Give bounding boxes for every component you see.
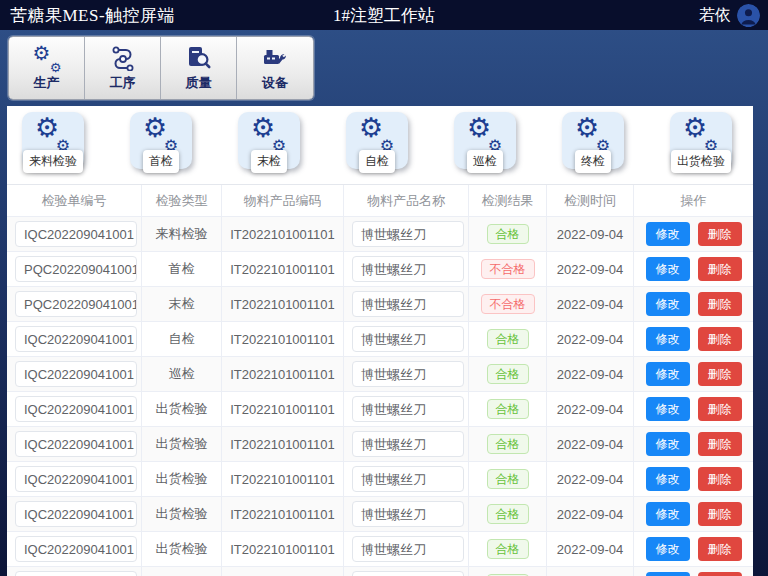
material-name: 博世螺丝刀 [352, 536, 464, 562]
table-row: PQC202209041001 末检 IT2022101001101 博世螺丝刀… [7, 287, 753, 322]
inspection-type: 出货检验 [142, 497, 222, 532]
gears-icon: ⚙⚙ [34, 44, 60, 72]
inspection-tab-label: 巡检 [467, 150, 503, 173]
equipment-icon [262, 44, 288, 72]
station-title: 1#注塑工作站 [0, 4, 768, 27]
delete-button[interactable]: 删除 [698, 537, 742, 561]
edit-button[interactable]: 修改 [646, 362, 690, 386]
edit-button[interactable]: 修改 [646, 432, 690, 456]
column-header: 操作 [634, 185, 753, 217]
inspection-order-no: PQC202209041001 [15, 256, 137, 282]
inspection-type: 自检 [142, 322, 222, 357]
edit-button[interactable]: 修改 [646, 467, 690, 491]
inspection-tab-label: 来料检验 [23, 150, 83, 173]
table-row: IQC202209041001 出货检验 IT2022101001101 博世螺… [7, 462, 753, 497]
toolbar-item-production[interactable]: ⚙⚙ 生产 [9, 37, 85, 99]
inspection-type: 出货检验 [142, 462, 222, 497]
result-badge: 不合格 [481, 294, 535, 314]
user-area[interactable]: 若依 [699, 4, 760, 27]
result-badge: 合格 [487, 504, 529, 524]
toolbar-item-process[interactable]: 工序 [85, 37, 161, 99]
edit-button[interactable]: 修改 [646, 222, 690, 246]
column-header: 物料产品编码 [222, 185, 344, 217]
inspection-order-no: IQC202209041001 [15, 431, 137, 457]
delete-button[interactable]: 删除 [698, 327, 742, 351]
inspection-type: 来料检验 [142, 217, 222, 252]
table-body: IQC202209041001 来料检验 IT2022101001101 博世螺… [7, 217, 753, 576]
quality-inspect-icon [186, 44, 212, 72]
inspection-tab[interactable]: ⚙⚙ 末检 [238, 112, 300, 169]
table-row: IQC202209041001 出货检验 IT2022101001101 博世螺… [7, 532, 753, 567]
table-row: IQC202209041001 巡检 IT2022101001101 博世螺丝刀… [7, 357, 753, 392]
table-row: IQC202209041001 自检 IT2022101001101 博世螺丝刀… [7, 322, 753, 357]
dual-gear-icon: ⚙⚙ [35, 118, 71, 152]
inspection-order-no: IQC202209041001 [15, 326, 137, 352]
inspection-tab[interactable]: ⚙⚙ 自检 [346, 112, 408, 169]
material-code: IT2022101001101 [222, 567, 344, 576]
delete-button[interactable]: 删除 [698, 397, 742, 421]
material-name: 博世螺丝刀 [352, 361, 464, 387]
table-header-row: 检验单编号 检验类型 物料产品编码 物料产品名称 检测结果 检测时间 操作 [7, 185, 753, 217]
inspection-date: 2022-09-04 [547, 287, 634, 322]
edit-button[interactable]: 修改 [646, 537, 690, 561]
material-code: IT2022101001101 [222, 427, 344, 462]
inspection-type: 出货检验 [142, 567, 222, 576]
inspection-type: 末检 [142, 287, 222, 322]
main-toolbar: ⚙⚙ 生产 工序 质量 [8, 36, 314, 100]
content-panel: ⚙⚙ 来料检验 ⚙⚙ 首检 ⚙⚙ 末检 ⚙⚙ 自检 ⚙⚙ 巡检 ⚙⚙ 终检 [7, 106, 753, 576]
inspection-order-no: IQC202209041001 [15, 466, 137, 492]
result-badge: 合格 [487, 364, 529, 384]
toolbar-label: 工序 [110, 74, 136, 92]
result-badge: 合格 [487, 224, 529, 244]
inspection-date: 2022-09-04 [547, 322, 634, 357]
delete-button[interactable]: 删除 [698, 467, 742, 491]
material-name: 博世螺丝刀 [352, 326, 464, 352]
edit-button[interactable]: 修改 [646, 572, 690, 576]
inspection-tab[interactable]: ⚙⚙ 巡检 [454, 112, 516, 169]
result-badge: 合格 [487, 469, 529, 489]
toolbar-item-quality[interactable]: 质量 [161, 37, 237, 99]
table-row: IQC202209041001 出货检验 IT2022101001101 博世螺… [7, 497, 753, 532]
result-badge: 合格 [487, 539, 529, 559]
delete-button[interactable]: 删除 [698, 292, 742, 316]
edit-button[interactable]: 修改 [646, 257, 690, 281]
user-avatar-icon[interactable] [737, 4, 760, 27]
column-header: 检验单编号 [7, 185, 142, 217]
inspection-tab[interactable]: ⚙⚙ 出货检验 [670, 112, 732, 169]
delete-button[interactable]: 删除 [698, 572, 742, 576]
toolbar-item-equipment[interactable]: 设备 [237, 37, 313, 99]
inspection-tab[interactable]: ⚙⚙ 终检 [562, 112, 624, 169]
toolbar-label: 质量 [186, 74, 212, 92]
inspection-type: 出货检验 [142, 532, 222, 567]
inspection-date: 2022-09-04 [547, 497, 634, 532]
dual-gear-icon: ⚙⚙ [143, 118, 179, 152]
delete-button[interactable]: 删除 [698, 257, 742, 281]
delete-button[interactable]: 删除 [698, 362, 742, 386]
inspection-order-no: IQC202209041001 [15, 221, 137, 247]
inspection-type: 出货检验 [142, 427, 222, 462]
inspection-tab[interactable]: ⚙⚙ 来料检验 [22, 112, 84, 169]
inspection-date: 2022-09-04 [547, 357, 634, 392]
inspection-tab-label: 自检 [359, 150, 395, 173]
username: 若依 [699, 5, 731, 26]
material-name: 博世螺丝刀 [352, 256, 464, 282]
inspection-tab[interactable]: ⚙⚙ 首检 [130, 112, 192, 169]
delete-button[interactable]: 删除 [698, 432, 742, 456]
edit-button[interactable]: 修改 [646, 397, 690, 421]
material-name: 博世螺丝刀 [352, 396, 464, 422]
inspection-table: 检验单编号 检验类型 物料产品编码 物料产品名称 检测结果 检测时间 操作 IQ… [7, 185, 753, 576]
delete-button[interactable]: 删除 [698, 222, 742, 246]
inspection-tab-label: 终检 [575, 150, 611, 173]
inspection-type: 首检 [142, 252, 222, 287]
edit-button[interactable]: 修改 [646, 292, 690, 316]
material-name: 博世螺丝刀 [352, 221, 464, 247]
delete-button[interactable]: 删除 [698, 502, 742, 526]
inspection-tab-label: 末检 [251, 150, 287, 173]
process-route-icon [110, 44, 136, 72]
dual-gear-icon: ⚙⚙ [359, 118, 395, 152]
edit-button[interactable]: 修改 [646, 502, 690, 526]
material-name: 博世螺丝刀 [352, 501, 464, 527]
column-header: 检验类型 [142, 185, 222, 217]
inspection-tabs-row: ⚙⚙ 来料检验 ⚙⚙ 首检 ⚙⚙ 末检 ⚙⚙ 自检 ⚙⚙ 巡检 ⚙⚙ 终检 [7, 106, 753, 185]
edit-button[interactable]: 修改 [646, 327, 690, 351]
